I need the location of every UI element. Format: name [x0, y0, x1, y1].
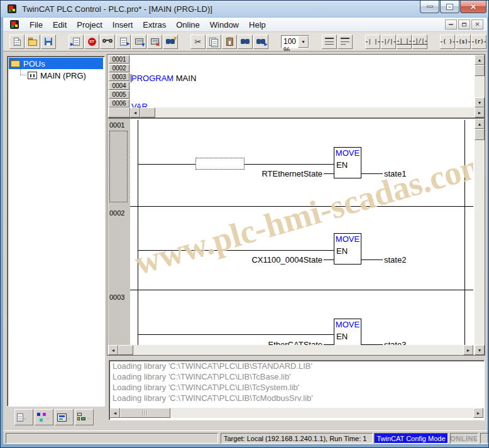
scrollbar-thumb[interactable]: [140, 107, 155, 117]
network-number[interactable]: 0003: [109, 293, 124, 301]
menu-help[interactable]: Help: [244, 19, 271, 31]
scroll-up-button[interactable]: ▲: [475, 119, 485, 129]
scrollbar-corner: [108, 107, 130, 117]
minimize-button[interactable]: [420, 1, 439, 13]
move-block[interactable]: MOVE EN: [334, 147, 361, 178]
scroll-left-button[interactable]: ◄: [130, 107, 140, 117]
move-block[interactable]: MOVE EN: [334, 319, 361, 345]
copy-button[interactable]: [206, 35, 221, 49]
ladder-vscrollbar[interactable]: ▲ ▼: [475, 119, 485, 355]
menu-edit[interactable]: Edit: [48, 19, 72, 31]
declaration-row[interactable]: PROGRAM MAIN: [130, 74, 475, 83]
block-input-operand[interactable]: EtherCATState: [224, 340, 322, 345]
find-next-button[interactable]: ▸: [253, 35, 268, 49]
maximize-button[interactable]: [440, 1, 459, 13]
reset-coil-button[interactable]: -(r)-: [471, 35, 486, 49]
paste-button[interactable]: [222, 35, 237, 49]
block-input-operand[interactable]: CX1100_0004State: [224, 255, 322, 265]
mdi-close-button[interactable]: ✕: [471, 19, 483, 30]
block-output-operand[interactable]: state2: [384, 255, 406, 265]
parallel-contact-negated-button[interactable]: -|/|-: [412, 35, 427, 49]
tree-item-main-prg[interactable]: MAIN (PRG): [28, 70, 103, 81]
network-after-button[interactable]: [322, 35, 337, 49]
input-line: [324, 173, 334, 174]
network-number[interactable]: 0001: [109, 121, 124, 129]
move-block[interactable]: MOVE EN: [334, 233, 361, 265]
menu-extras[interactable]: Extras: [138, 19, 171, 31]
scroll-left-button[interactable]: ◄: [110, 408, 120, 418]
global-search-button[interactable]: ▾: [163, 35, 178, 49]
monitoring-button[interactable]: [100, 35, 115, 49]
window-title: TwinCAT PLC Control - PLC.pro* - [MAIN (…: [22, 4, 212, 14]
tab-resources[interactable]: ..: [75, 409, 94, 425]
network-number[interactable]: 0002: [109, 209, 124, 217]
menu-project[interactable]: Project: [72, 19, 107, 31]
save-button[interactable]: [41, 35, 56, 49]
app-icon: [7, 4, 17, 14]
new-file-button[interactable]: [9, 35, 25, 49]
ladder-hscrollbar[interactable]: ◄ ►: [108, 345, 473, 355]
scroll-right-button[interactable]: ►: [473, 408, 483, 418]
scroll-left-button[interactable]: ◄: [108, 345, 118, 355]
scrollbar-thumb[interactable]: [475, 129, 485, 140]
coil-button[interactable]: -( )-: [440, 35, 455, 49]
menu-file[interactable]: File: [25, 19, 48, 31]
login-button[interactable]: ▸: [69, 35, 84, 49]
scrollbar-thumb[interactable]: [120, 408, 170, 418]
tab-visualizations[interactable]: ..: [55, 409, 74, 425]
network-selection-marker[interactable]: [109, 131, 128, 202]
scroll-right-button[interactable]: ►: [463, 345, 473, 355]
scrollbar-thumb[interactable]: [118, 345, 133, 355]
mdi-minimize-button[interactable]: [445, 19, 457, 30]
minimize-icon: [427, 6, 433, 8]
open-file-button[interactable]: [25, 35, 40, 49]
declaration-row[interactable]: VAR: [130, 102, 475, 107]
find-button[interactable]: [238, 35, 253, 49]
rung-line: [138, 250, 334, 251]
declaration-vscrollbar[interactable]: ▲ ▼: [475, 55, 485, 107]
mdi-restore-button[interactable]: [458, 19, 470, 30]
declaration-editor[interactable]: PROGRAM MAIN VAR state1:UINT; state2:UIN…: [130, 55, 475, 107]
pous-tab-icon: [17, 413, 23, 422]
stop-button[interactable]: ST: [84, 35, 99, 49]
close-button[interactable]: ✕: [460, 1, 486, 13]
tab-pous[interactable]: ..: [14, 409, 33, 425]
declaration-hscrollbar[interactable]: ◄ ►: [130, 107, 485, 117]
scroll-right-button[interactable]: ►: [475, 107, 485, 117]
network-separator: [130, 206, 473, 207]
scroll-down-button[interactable]: ▼: [475, 97, 485, 107]
contact-placeholder[interactable]: [195, 158, 245, 170]
set-coil-button[interactable]: -(s)-: [456, 35, 471, 49]
ladder-editor[interactable]: www.plc-hmi-scadas.com MOVE EN RTEtherne…: [130, 119, 473, 345]
cut-button[interactable]: ✂: [190, 35, 206, 49]
download-button[interactable]: ▾: [131, 35, 146, 49]
single-cycle-button[interactable]: ▸: [116, 35, 131, 49]
tab-data-types[interactable]: ..: [35, 409, 53, 425]
parallel-contact-button[interactable]: -| |-: [397, 35, 412, 49]
object-organizer[interactable]: POUs MAIN (PRG): [7, 56, 105, 407]
menu-online[interactable]: Online: [171, 19, 205, 31]
line-number: 0005: [109, 90, 129, 99]
status-empty-segment: [6, 433, 218, 444]
menu-window[interactable]: Window: [205, 19, 244, 31]
network-before-button[interactable]: [338, 35, 353, 49]
tree-item-pous[interactable]: POUs: [9, 58, 103, 69]
right-power-rail: [464, 120, 465, 345]
zoom-dropdown-button[interactable]: ▼: [298, 36, 309, 48]
block-output-operand[interactable]: state3: [384, 340, 406, 345]
en-input-label: EN: [336, 246, 361, 256]
menu-insert[interactable]: Insert: [107, 19, 138, 31]
title-bar[interactable]: TwinCAT PLC Control - PLC.pro* - [MAIN (…: [1, 1, 489, 18]
scrollbar-thumb[interactable]: [475, 65, 485, 76]
upload-button[interactable]: ✕: [147, 35, 162, 49]
message-hscrollbar[interactable]: ◄ ►: [110, 408, 483, 418]
zoom-combobox[interactable]: 100 % ▼: [281, 35, 309, 48]
document-icon[interactable]: [9, 19, 19, 30]
contact-negated-icon: -|/|-: [381, 39, 396, 45]
contact-button[interactable]: -| |-: [365, 35, 380, 49]
block-input-operand[interactable]: RTEthernetState: [224, 169, 322, 178]
contact-negated-button[interactable]: -|/|-: [381, 35, 396, 49]
scroll-up-button[interactable]: ▲: [475, 55, 485, 65]
scroll-down-button[interactable]: ▼: [475, 345, 485, 355]
block-output-operand[interactable]: state1: [384, 169, 406, 178]
